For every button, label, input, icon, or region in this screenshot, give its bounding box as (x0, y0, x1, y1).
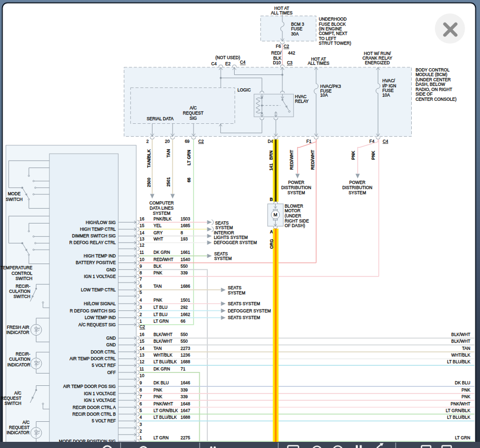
svg-text:RELAY: RELAY (295, 99, 309, 104)
svg-text:WHT: WHT (153, 236, 163, 241)
svg-text:C3: C3 (287, 60, 293, 65)
svg-text:F6: F6 (276, 44, 281, 49)
svg-text:PNK: PNK (371, 151, 376, 160)
svg-text:SWITCH: SWITCH (5, 401, 22, 406)
svg-text:AIR TEMP DOOR POS SIG: AIR TEMP DOOR POS SIG (63, 384, 116, 389)
svg-text:PNK: PNK (462, 387, 471, 393)
svg-text:FRESH AIR: FRESH AIR (7, 325, 29, 330)
svg-text:550: 550 (181, 339, 188, 344)
svg-text:1688: 1688 (181, 415, 190, 420)
svg-text:SWITCH: SWITCH (13, 294, 30, 299)
svg-text:PNK/WHT: PNK/WHT (451, 401, 470, 406)
svg-text:GRY: GRY (153, 230, 163, 235)
svg-text:SYSTEM: SYSTEM (153, 211, 170, 216)
svg-text:5: 5 (140, 408, 142, 413)
svg-text:B: B (270, 197, 273, 202)
svg-text:SWITCH: SWITCH (15, 276, 32, 281)
svg-text:TAN: TAN (462, 346, 470, 351)
svg-text:HIGH TEMP CTRL: HIGH TEMP CTRL (80, 227, 116, 232)
svg-text:A/C: A/C (14, 390, 22, 396)
svg-text:5 VOLT REF: 5 VOLT REF (92, 418, 116, 423)
svg-text:2275: 2275 (181, 435, 190, 440)
svg-text:14: 14 (140, 230, 145, 235)
svg-text:RECIR-: RECIR- (15, 284, 30, 289)
svg-text:BATTERY POSITIVE: BATTERY POSITIVE (76, 260, 116, 265)
svg-text:LOW TEMP IND: LOW TEMP IND (85, 315, 116, 320)
svg-text:339: 339 (181, 387, 188, 393)
svg-text:GND: GND (106, 267, 116, 272)
svg-text:IGN 1 VOLTAGE: IGN 1 VOLTAGE (84, 274, 116, 279)
svg-text:9: 9 (140, 380, 142, 385)
svg-text:20: 20 (165, 139, 170, 144)
svg-text:TEMPERATURE: TEMPERATURE (1, 265, 33, 270)
svg-text:C4: C4 (240, 60, 246, 65)
svg-text:1662: 1662 (181, 312, 190, 317)
svg-text:BLK/WHT: BLK/WHT (451, 339, 470, 344)
svg-text:SEATS SYSTEM: SEATS SYSTEM (228, 315, 260, 320)
svg-text:ALL TIMES: ALL TIMES (271, 10, 293, 15)
svg-text:550: 550 (181, 264, 188, 269)
svg-text:LIGHTS SYSTEM: LIGHTS SYSTEM (214, 235, 247, 240)
svg-text:COMPUTER: COMPUTER (149, 200, 174, 206)
svg-text:TAN: TAN (166, 149, 171, 157)
svg-text:SIG: SIG (189, 116, 197, 121)
svg-text:MODE: MODE (8, 191, 21, 196)
svg-text:DISTRIBUTION: DISTRIBUTION (342, 185, 373, 190)
svg-text:12: 12 (140, 242, 145, 248)
svg-text:M: M (274, 212, 278, 217)
svg-text:DK GRN: DK GRN (153, 366, 170, 371)
svg-text:INDICATOR: INDICATOR (7, 362, 30, 367)
svg-text:DK BLU: DK BLU (455, 380, 470, 385)
svg-text:IGN 1 VOLTAGE: IGN 1 VOLTAGE (84, 398, 116, 403)
svg-text:PNK: PNK (153, 394, 163, 399)
svg-text:CONTROL: CONTROL (11, 271, 32, 276)
svg-text:LT GRN/BLK: LT GRN/BLK (153, 408, 178, 413)
svg-text:DIMMER SWITCH SIG: DIMMER SWITCH SIG (72, 233, 116, 238)
svg-text:BLK/WHT: BLK/WHT (153, 339, 172, 344)
svg-text:RECIR DOOR CTRL B: RECIR DOOR CTRL B (72, 412, 116, 417)
svg-text:CULATION: CULATION (9, 289, 30, 294)
svg-text:(NOT USED): (NOT USED) (215, 55, 240, 60)
svg-text:4: 4 (140, 415, 142, 420)
svg-text:339: 339 (181, 394, 188, 399)
svg-text:SIDE OF: SIDE OF (415, 91, 432, 97)
svg-text:DASH, BELOW: DASH, BELOW (415, 82, 445, 87)
svg-text:RIGHT SIDE: RIGHT SIDE (285, 218, 310, 223)
svg-text:HIGH TEMP IND: HIGH TEMP IND (84, 253, 116, 258)
svg-text:RECIR DOOR CTRL A: RECIR DOOR CTRL A (72, 405, 116, 410)
svg-text:550: 550 (181, 332, 188, 337)
svg-text:193: 193 (181, 236, 188, 241)
svg-text:1661: 1661 (181, 250, 190, 255)
svg-text:OF DASH): OF DASH) (285, 223, 305, 228)
svg-text:CENTER CONSOLE): CENTER CONSOLE) (415, 97, 456, 102)
svg-text:LT BLU/BLK: LT BLU/BLK (153, 415, 177, 420)
svg-text:C4: C4 (382, 139, 388, 144)
svg-text:DEFOGGER SYSTEM: DEFOGGER SYSTEM (214, 240, 257, 245)
svg-text:GND: GND (106, 335, 116, 341)
svg-text:A/C: A/C (189, 105, 197, 110)
svg-text:1688: 1688 (181, 359, 190, 364)
svg-text:SYSTEM: SYSTEM (228, 290, 245, 295)
svg-text:8: 8 (181, 230, 183, 235)
svg-text:DEFOGGER SYSTEM: DEFOGGER SYSTEM (228, 308, 271, 313)
svg-text:C4: C4 (211, 61, 217, 66)
svg-text:WHT/BLK: WHT/BLK (451, 352, 470, 358)
svg-text:LOGIC: LOGIC (238, 87, 251, 92)
svg-text:6: 6 (140, 401, 142, 406)
svg-text:HVAC/: HVAC/ (382, 78, 395, 83)
svg-text:7: 7 (140, 394, 142, 399)
svg-text:C2: C2 (284, 44, 290, 49)
svg-text:RED/: RED/ (271, 50, 282, 55)
svg-text:CULATION: CULATION (9, 357, 30, 362)
svg-text:DOOR CTRL: DOOR CTRL (91, 349, 116, 354)
svg-text:1: 1 (140, 319, 142, 324)
svg-text:POWER: POWER (288, 180, 304, 185)
svg-text:13: 13 (140, 352, 145, 358)
svg-text:2: 2 (146, 139, 149, 144)
svg-text:WHT/BLK: WHT/BLK (153, 352, 172, 358)
svg-text:16: 16 (140, 332, 145, 337)
svg-text:339: 339 (181, 270, 188, 275)
svg-text:RED/WHT: RED/WHT (310, 150, 315, 170)
svg-text:AIR TEMP DOOR CTRL: AIR TEMP DOOR CTRL (69, 356, 116, 361)
svg-text:66: 66 (181, 319, 186, 324)
